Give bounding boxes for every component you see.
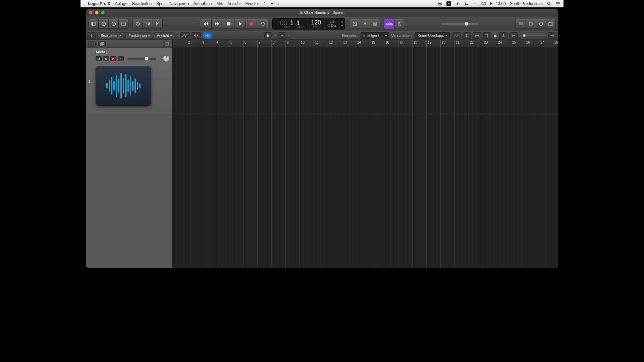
lcd-display[interactable]: 00 1 1 TAKT BEAT 120 TEMPO 4/4 C-Dur (272, 18, 345, 29)
quickhelp-button[interactable]: ? (108, 19, 118, 29)
ruler-bar[interactable]: 28 (553, 40, 558, 48)
menu-bearbeiten[interactable]: Bearbeiten (132, 1, 152, 6)
menu-ablage[interactable]: Ablage (115, 1, 127, 6)
spotlight-icon[interactable] (547, 1, 551, 6)
menubar-clock[interactable]: Fr. 13:09 (490, 1, 506, 6)
hzoom-in-icon[interactable] (548, 32, 556, 39)
ruler-bar[interactable]: 6 (243, 40, 247, 48)
window-zoom-button[interactable] (101, 11, 105, 14)
menu-list-icon[interactable] (555, 1, 560, 6)
menu-hilfe[interactable]: Hilfe (271, 1, 279, 6)
track-volume-slider[interactable] (127, 58, 156, 60)
ruler-bar[interactable]: 22 (469, 40, 474, 48)
lcd-key[interactable]: C-Dur (327, 24, 336, 27)
wifi-icon[interactable]: ⌔ (473, 1, 477, 6)
pointer-tool[interactable] (264, 32, 272, 39)
automation-toggle[interactable] (180, 32, 190, 39)
duplicate-track-button[interactable] (98, 41, 106, 47)
ruler-bar[interactable]: 27 (539, 40, 544, 48)
window-close-button[interactable] (89, 11, 93, 14)
vertical-zoom-slider[interactable] (495, 32, 496, 39)
metronome-button[interactable] (394, 19, 404, 29)
solo-button[interactable]: S (103, 56, 109, 61)
record-button[interactable] (246, 19, 257, 29)
lcd-tempo[interactable]: 120 (311, 19, 321, 25)
secondary-tool[interactable]: ＋ (278, 32, 286, 39)
window-minimize-button[interactable] (95, 11, 99, 14)
menubar-user[interactable]: South Productions (510, 1, 543, 6)
tracks-view-menu[interactable]: Ansicht (154, 32, 174, 39)
status-icon-1[interactable]: ✕ (446, 1, 451, 6)
count-in-button[interactable]: 1234 (384, 19, 394, 29)
catch-playhead-toggle[interactable] (203, 32, 212, 39)
global-tracks-button[interactable] (163, 41, 170, 47)
ruler-bar[interactable]: 23 (483, 40, 488, 48)
arrange-grid[interactable] (173, 48, 558, 268)
sync-icon[interactable]: ⇆ (464, 1, 469, 6)
inspector-button[interactable]: i (98, 19, 108, 29)
ruler-bar[interactable]: 21 (454, 40, 460, 48)
vzoom-out-icon[interactable] (483, 32, 491, 39)
ruler-bar[interactable]: 15 (370, 40, 375, 48)
solo-mode-button[interactable]: S (370, 19, 380, 29)
notepad-button[interactable] (526, 19, 536, 29)
stop-button[interactable] (223, 19, 234, 29)
tracks-edit-menu[interactable]: Bearbeiten (98, 32, 123, 39)
ruler-bar[interactable]: 26 (525, 40, 530, 48)
add-track-button[interactable]: ＋ (88, 41, 96, 47)
ruler-bar[interactable]: 12 (328, 40, 333, 48)
autopunch-button[interactable] (360, 19, 370, 29)
track-icon[interactable] (96, 66, 151, 106)
ruler-bar[interactable]: 18 (412, 40, 417, 48)
ruler-bar[interactable]: 4 (215, 40, 218, 48)
ruler-bar[interactable]: 5 (229, 40, 232, 48)
ruler-bar[interactable]: 13 (342, 40, 347, 48)
lcd-mode-chevron-icon[interactable] (341, 20, 343, 27)
horiz-autozoom-icon[interactable] (473, 32, 481, 39)
editors-button[interactable] (153, 19, 163, 29)
menu-spur[interactable]: Spur (156, 1, 165, 6)
loop-browser-button[interactable] (536, 19, 546, 29)
input-monitor-button[interactable]: I (118, 56, 124, 61)
menu-mix[interactable]: Mix (217, 1, 223, 6)
ruler-bar[interactable]: 19 (426, 40, 431, 48)
mixer-button[interactable] (143, 19, 153, 29)
flex-toggle[interactable] (192, 32, 201, 39)
record-enable-button[interactable]: R (110, 56, 116, 61)
ruler-bar[interactable]: 24 (497, 40, 502, 48)
lcd-timesig[interactable]: 4/4 (330, 20, 334, 24)
menu-aufnahme[interactable]: Aufnahme (194, 1, 212, 6)
location-icon[interactable] (455, 1, 460, 6)
forward-button[interactable] (211, 19, 223, 29)
ruler-bar[interactable]: 17 (398, 40, 403, 48)
ruler-bar[interactable]: 9 (285, 40, 289, 48)
app-menu[interactable]: Logic Pro X (88, 1, 110, 6)
horizontal-zoom-slider[interactable] (520, 35, 546, 36)
menu-fenster[interactable]: Fenster (246, 1, 259, 6)
waveform-zoom-icon[interactable] (452, 32, 461, 39)
library-button[interactable] (88, 19, 98, 29)
ruler-bar[interactable]: 11 (314, 40, 319, 48)
airplay-icon[interactable] (481, 1, 486, 6)
ruler-bar[interactable]: 8 (271, 40, 275, 48)
replace-mode-button[interactable] (350, 19, 360, 29)
hzoom-out-icon[interactable] (509, 32, 518, 39)
menu-navigieren[interactable]: Navigieren (169, 1, 189, 6)
screenrec-icon[interactable] (438, 1, 442, 6)
menu-1[interactable]: 1 (264, 1, 266, 6)
media-browser-button[interactable] (546, 19, 556, 29)
play-button[interactable] (234, 19, 246, 29)
ruler-bar[interactable]: 16 (384, 40, 389, 48)
master-volume-slider[interactable] (441, 23, 478, 25)
track-pan-knob[interactable] (163, 55, 170, 62)
ruler-bar[interactable]: 25 (511, 40, 516, 48)
track-header-1[interactable]: 1 Audio 1 M S R I (86, 48, 172, 115)
ruler-bar[interactable]: 7 (257, 40, 261, 48)
arrange-area[interactable]: 2345678910111213141516171819202122232425… (173, 40, 558, 268)
mute-button[interactable]: M (96, 56, 102, 61)
ruler-bar[interactable]: 20 (440, 40, 445, 48)
bar-ruler[interactable]: 2345678910111213141516171819202122232425… (173, 40, 558, 48)
ruler-bar[interactable]: 3 (201, 40, 204, 48)
track-name[interactable]: Audio 1 (96, 50, 170, 54)
menu-ansicht[interactable]: Ansicht (227, 1, 240, 6)
